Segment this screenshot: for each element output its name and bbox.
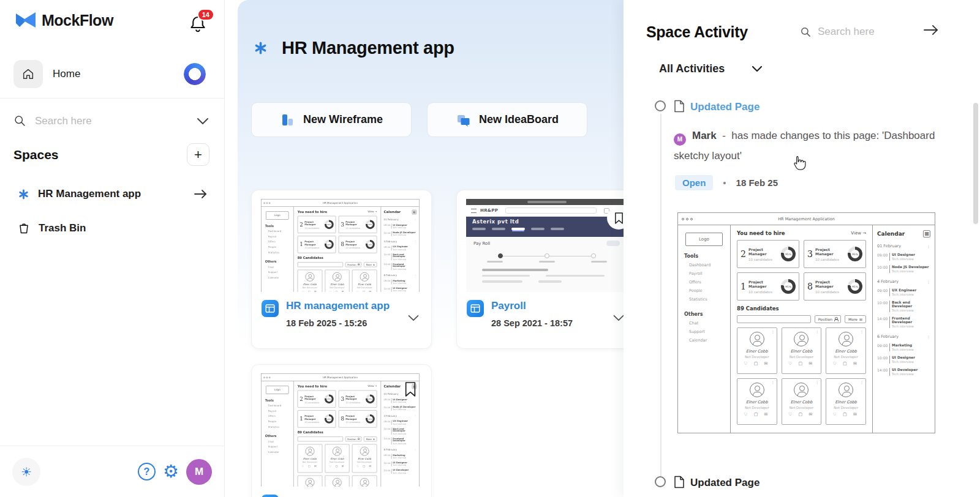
activity-search-input[interactable] <box>818 26 897 38</box>
wireframe-file-icon <box>467 300 484 317</box>
wireframe-icon <box>280 113 295 127</box>
filter-label: All Activities <box>659 62 725 75</box>
separator: - <box>722 130 726 141</box>
activity-search[interactable] <box>800 26 897 38</box>
card-date: 28 Sep 2021 - 18:57 <box>491 318 573 328</box>
activity-type-link[interactable]: Updated Page <box>690 101 760 113</box>
space-item-label: HR Management app <box>38 188 141 200</box>
question-icon: ? <box>144 466 150 477</box>
project-card-hr-management-app[interactable]: HR Management ApplicationLogoToolsDashbo… <box>251 190 432 349</box>
notification-badge: 14 <box>197 9 214 21</box>
card-date: 18 Feb 2025 - 15:26 <box>286 318 390 328</box>
card-thumbnail[interactable]: HR Management ApplicationLogoToolsDashbo… <box>261 373 422 487</box>
trash-icon <box>18 223 29 234</box>
new-ideaboard-label: New IdeaBoard <box>479 113 559 126</box>
hr-wireframe-image: HR Management ApplicationLogoToolsDashbo… <box>261 199 420 292</box>
hr-wireframe-image: HR Management ApplicationLogoToolsDashbo… <box>677 212 935 433</box>
brand-name: MockFlow <box>42 12 113 29</box>
bookmark-button[interactable] <box>404 381 417 398</box>
timeline-dot <box>655 476 666 487</box>
search-submit-arrow-icon[interactable] <box>922 24 940 36</box>
sidebar-item-hr-management-app[interactable]: HR Management app <box>0 188 224 200</box>
home-icon <box>13 60 43 88</box>
wireframe-file-icon <box>262 495 279 497</box>
wireframe-file-icon <box>262 300 279 317</box>
page-icon <box>674 100 685 113</box>
chevron-down-icon[interactable] <box>407 314 420 322</box>
card-title[interactable]: Payroll <box>491 300 573 312</box>
new-wireframe-button[interactable]: New Wireframe <box>251 102 412 137</box>
gear-icon: ⚙ <box>163 461 179 481</box>
project-card-payroll[interactable]: HR&PP Asterix pvt ltd Pay Roll <box>456 190 624 349</box>
chevron-down-icon <box>752 65 763 73</box>
new-ideaboard-button[interactable]: New IdeaBoard <box>427 102 587 137</box>
user-avatar-small: M <box>674 133 686 146</box>
mockflow-logo: MockFlow <box>15 11 113 29</box>
spaces-heading: Spaces <box>13 148 59 162</box>
add-space-button[interactable]: + <box>187 143 209 166</box>
search-icon <box>13 114 26 127</box>
help-button[interactable]: ? <box>138 463 156 480</box>
payroll-heading: Pay Roll <box>473 241 620 246</box>
space-item-label: Trash Bin <box>39 222 86 234</box>
card-title[interactable]: HR management app <box>286 300 390 312</box>
activity-filter-dropdown[interactable]: All Activities <box>659 62 763 75</box>
arrow-right-icon[interactable] <box>194 189 208 199</box>
chevron-down-icon[interactable] <box>612 314 624 322</box>
asterisk-icon <box>18 189 29 200</box>
main-panel: HR Management app New Wireframe New Idea… <box>225 0 624 497</box>
card-thumbnail[interactable]: HR Management ApplicationLogoToolsDashbo… <box>261 199 422 292</box>
sidebar-search[interactable] <box>0 99 224 127</box>
hr-wireframe-image: HR Management ApplicationLogoToolsDashbo… <box>261 373 420 487</box>
asterisk-icon <box>254 42 267 54</box>
sun-icon: ☀ <box>21 465 32 479</box>
mouse-cursor-hand-icon <box>792 155 807 171</box>
ideaboard-icon <box>456 113 470 127</box>
timeline-line <box>660 114 662 476</box>
page-title: HR Management app <box>282 38 454 58</box>
theme-toggle-button[interactable]: ☀ <box>12 458 40 486</box>
scrollbar-thumb[interactable] <box>973 103 978 224</box>
search-icon <box>800 26 812 38</box>
sidebar-footer: ☀ ? ⚙ M <box>0 446 224 497</box>
payroll-brand: HR&PP <box>480 208 498 213</box>
dot-separator: • <box>723 177 726 188</box>
sidebar-item-home[interactable]: Home <box>13 60 211 88</box>
card-thumbnail[interactable]: HR&PP Asterix pvt ltd Pay Roll <box>466 199 624 292</box>
timeline-dot <box>655 100 666 111</box>
activity-date: 18 Feb 25 <box>736 177 778 188</box>
panel-title: Space Activity <box>646 23 748 41</box>
notifications-button[interactable]: 14 <box>189 15 207 34</box>
mockflow-logo-icon <box>15 11 37 29</box>
new-wireframe-label: New Wireframe <box>303 113 383 126</box>
settings-button[interactable]: ⚙ <box>163 463 179 480</box>
user-avatar[interactable]: M <box>186 459 212 485</box>
status-badge[interactable]: Open <box>675 175 713 190</box>
page-icon <box>674 476 685 488</box>
page-preview-image[interactable]: HR Management ApplicationLogoToolsDashbo… <box>677 212 935 433</box>
payroll-company: Asterix pvt ltd <box>472 219 621 225</box>
home-label: Home <box>53 68 80 80</box>
project-card-bottom[interactable]: HR Management ApplicationLogoToolsDashbo… <box>251 364 432 497</box>
loading-spinner-icon <box>184 63 206 85</box>
sidebar: MockFlow 14 Home <box>0 0 225 497</box>
payroll-wireframe: HR&PP Asterix pvt ltd Pay Roll <box>466 199 624 292</box>
activity-user: Mark <box>692 130 717 141</box>
activity-type-link[interactable]: Updated Page <box>690 477 760 489</box>
sidebar-search-input[interactable] <box>35 115 196 127</box>
space-activity-panel: Space Activity All Activities Updated Pa… <box>624 0 980 497</box>
hamburger-icon <box>471 209 477 213</box>
chevron-down-icon[interactable] <box>196 117 209 125</box>
sidebar-item-trash-bin[interactable]: Trash Bin <box>0 222 224 234</box>
